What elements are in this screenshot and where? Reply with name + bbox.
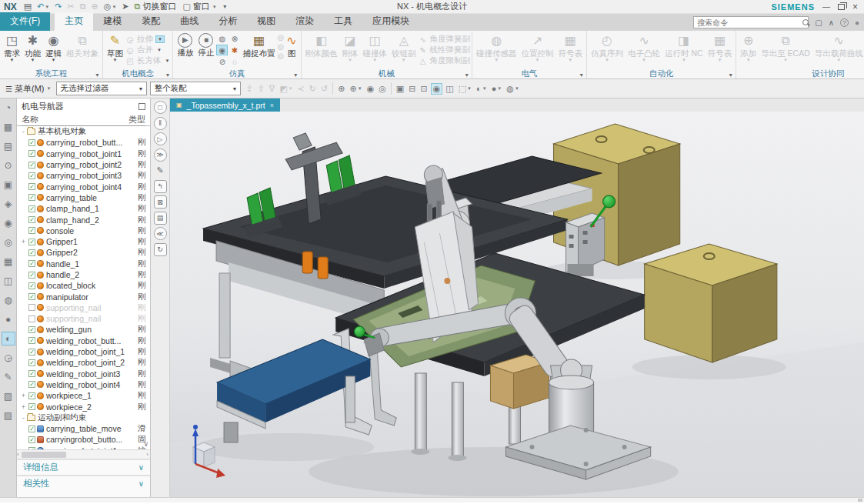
automation-symbol-table-button[interactable]: ▦符号表▼: [706, 32, 735, 68]
block-button[interactable]: ◰长方体▼: [125, 55, 171, 66]
tree-item[interactable]: ✓carrying_robot_joint2刚: [17, 159, 150, 170]
extrude-button-dropdown[interactable]: ▼: [155, 35, 165, 43]
redo-button[interactable]: ↷: [52, 2, 64, 12]
related-objects-button[interactable]: ⧉相关对象: [64, 32, 101, 68]
minimize-ribbon-icon[interactable]: ∧: [829, 18, 834, 27]
item-checkbox[interactable]: ✓: [28, 272, 35, 279]
touch-mode-button[interactable]: ➤: [119, 2, 131, 12]
tab-r3[interactable]: 装配: [132, 12, 170, 31]
item-checkbox[interactable]: ✓: [28, 239, 35, 245]
switch-window-button[interactable]: ⧉切换窗口: [132, 1, 180, 12]
item-checkbox[interactable]: ✓: [28, 172, 35, 179]
qat-overflow-button[interactable]: ▼: [220, 4, 230, 9]
expand-icon[interactable]: +: [20, 403, 27, 411]
reuse-library-icon[interactable]: ◈: [2, 197, 15, 211]
item-checkbox[interactable]: ✓: [28, 293, 35, 300]
window-menu-button[interactable]: ▢窗口▼: [179, 1, 219, 12]
system-scenes-icon[interactable]: ▨: [2, 409, 15, 422]
item-checkbox[interactable]: ✓: [28, 216, 35, 223]
block-button-dropdown[interactable]: ▼: [164, 58, 172, 64]
split-view-icon[interactable]: ⊟: [407, 84, 417, 94]
view-manager-icon[interactable]: ◎: [2, 235, 15, 249]
command-search[interactable]: [693, 16, 809, 28]
tree-item[interactable]: ✓handle_1刚: [17, 259, 150, 269]
sim-save-state-button[interactable]: ▤: [154, 212, 167, 225]
tree-item[interactable]: ✓located_block刚: [17, 280, 150, 291]
search-input[interactable]: [694, 18, 802, 27]
tab-r9[interactable]: 应用模块: [362, 12, 419, 31]
hd3d-tools-icon[interactable]: ◉: [2, 216, 15, 230]
item-checkbox[interactable]: ✓: [28, 249, 35, 256]
collision-body-button[interactable]: ◫碰撞体▼: [361, 32, 390, 68]
tree-horizontal-scrollbar[interactable]: ‹ ›: [17, 449, 150, 459]
render-style-icon[interactable]: ◐▼: [475, 84, 489, 93]
tree-item[interactable]: ✓carryingrobot_butto...固: [17, 434, 150, 445]
item-checkbox[interactable]: ✓: [28, 436, 35, 443]
column-type[interactable]: 类型: [128, 114, 145, 126]
undo-button[interactable]: ↶▼: [35, 2, 52, 12]
user-avatar-icon[interactable]: ●: [855, 18, 859, 27]
tree-scroll-down-icon[interactable]: ∨: [143, 440, 148, 448]
tree-item[interactable]: +✓workpiece_1刚: [17, 390, 150, 401]
wireframe-icon[interactable]: ◫: [444, 84, 455, 94]
tab-r6[interactable]: 视图: [247, 12, 285, 31]
rigid-body-button[interactable]: ◪刚体▼: [340, 32, 361, 68]
constraint-navigator-icon[interactable]: ▤: [2, 139, 15, 153]
add-button[interactable]: ⊕添加▼: [738, 32, 759, 68]
disable-icon[interactable]: ⊘: [216, 56, 228, 67]
paste-button[interactable]: ⊕: [89, 2, 101, 12]
tree-item[interactable]: +✓workpiece_2刚: [17, 401, 150, 412]
item-checkbox[interactable]: ✓: [28, 260, 35, 267]
item-checkbox[interactable]: ✓: [28, 403, 35, 410]
unite-button[interactable]: ◵合并▼: [125, 45, 171, 55]
item-checkbox[interactable]: ✓: [28, 139, 35, 146]
selection-scope-select[interactable]: 整个装配▼: [150, 82, 241, 95]
group-dialog-launcher-icon[interactable]: ▼: [95, 72, 100, 78]
sim-capture-button[interactable]: ↰: [154, 180, 167, 193]
scroll-right-icon[interactable]: ›: [146, 451, 150, 458]
item-checkbox[interactable]: [28, 304, 35, 311]
item-checkbox[interactable]: ✓: [28, 349, 35, 355]
group-dialog-launcher-icon[interactable]: ▼: [464, 72, 469, 78]
help-icon[interactable]: ?: [840, 18, 849, 27]
stop-button[interactable]: ■停止: [195, 32, 216, 68]
scrollbar-thumb[interactable]: [22, 452, 66, 458]
item-checkbox[interactable]: ✓: [28, 282, 35, 289]
marker-icon[interactable]: ✱: [229, 45, 240, 55]
window-layout-icon[interactable]: ▣: [395, 84, 405, 94]
tree-section-0[interactable]: -基本机电对象: [17, 126, 150, 137]
search-icon[interactable]: [802, 18, 806, 27]
sim-play-button[interactable]: ▷: [154, 132, 167, 145]
minimize-button[interactable]: —: [822, 2, 830, 11]
tree-item[interactable]: ✓Gripper2刚: [17, 247, 150, 258]
save-button[interactable]: ▤: [22, 2, 34, 12]
tab-file[interactable]: 文件(F): [0, 12, 50, 31]
tree-item[interactable]: ✓welding_gun刚: [17, 324, 150, 335]
symbol-table-button[interactable]: ▦符号表▼: [556, 32, 585, 68]
close-button[interactable]: ×: [852, 2, 858, 12]
export-to-ecad-button[interactable]: ⧉导出至 ECAD▼: [759, 32, 812, 68]
restore-button[interactable]: [838, 4, 845, 10]
item-checkbox[interactable]: ✓: [28, 359, 35, 366]
tree-item[interactable]: ✓welding_robot_joint_1刚: [17, 346, 150, 357]
item-checkbox[interactable]: ✓: [28, 447, 35, 449]
display-mode-icon[interactable]: ⬚▼: [457, 84, 473, 94]
fit-view-icon[interactable]: ◉: [365, 84, 376, 94]
tree-item[interactable]: ✓console刚: [17, 225, 150, 236]
refresh-icon[interactable]: ↻: [308, 84, 318, 94]
f1-f2-help-icon[interactable]: ▣: [2, 178, 15, 192]
repeat-command-button[interactable]: ◎▼: [102, 2, 119, 12]
tree-item[interactable]: +✓Gripper1刚: [17, 236, 150, 247]
sim-delete-button[interactable]: ⊠: [154, 195, 167, 209]
sim-reset-button[interactable]: ↻: [154, 243, 167, 256]
linear-spring-joint-button[interactable]: ✎线性弹簧副: [419, 45, 471, 55]
item-checkbox[interactable]: ✓: [28, 194, 35, 201]
requirements-button[interactable]: ◳需求▼: [2, 32, 22, 68]
sphere-icon[interactable]: ●: [2, 312, 15, 326]
image-capture-icon[interactable]: ▧: [2, 389, 15, 403]
assembly-navigator-icon[interactable]: ▩: [2, 120, 15, 134]
tree-item[interactable]: ✓manipulator刚: [17, 291, 150, 302]
item-checkbox[interactable]: ✓: [28, 337, 35, 344]
fullscreen-icon[interactable]: ▢: [815, 18, 822, 27]
tree-item[interactable]: ✓carrying_robot_butt...刚: [17, 137, 150, 148]
